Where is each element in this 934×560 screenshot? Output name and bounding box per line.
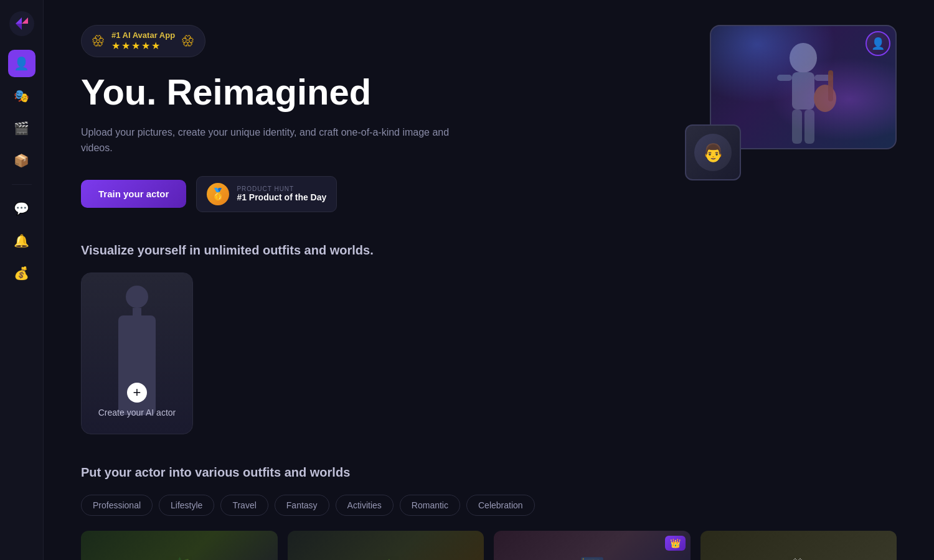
- product-hunt-medal-icon: 🥇: [207, 183, 229, 205]
- product-hunt-rank: #1 Product of the Day: [237, 192, 326, 202]
- create-actor-card[interactable]: + Create your AI actor: [81, 273, 193, 434]
- mannequin-body: [118, 315, 156, 365]
- hero-small-image: 👨: [685, 124, 741, 180]
- filter-romantic[interactable]: Romantic: [400, 495, 460, 516]
- video-icon: 🎬: [14, 121, 29, 136]
- svg-rect-5: [792, 110, 802, 144]
- person-face-icon: 👨: [694, 134, 732, 171]
- filter-travel[interactable]: Travel: [220, 495, 268, 516]
- product-hunt-badge: 🥇 PRODUCT HUNT #1 Product of the Day: [196, 176, 337, 212]
- sidebar-item-video[interactable]: 🎬: [8, 114, 35, 142]
- main-content: 🏵 #1 AI Avatar App ★★★★★ 🏵 You. Reimagin…: [44, 0, 934, 560]
- sidebar-item-vault[interactable]: 📦: [8, 147, 35, 174]
- hero-left: 🏵 #1 AI Avatar App ★★★★★ 🏵 You. Reimagin…: [81, 25, 467, 212]
- hero-right: 👨 👤: [685, 25, 897, 187]
- sidebar-item-credits[interactable]: 💰: [8, 259, 35, 287]
- filter-tags: Professional Lifestyle Travel Fantasy Ac…: [81, 495, 897, 516]
- laurel-right-icon: 🏵: [181, 33, 195, 49]
- discord-icon: 💬: [14, 201, 29, 216]
- mannequin-neck: [133, 308, 141, 315]
- sidebar-item-home[interactable]: 👤: [8, 50, 35, 77]
- guitarist-image: [760, 42, 847, 148]
- award-badge: 🏵 #1 AI Avatar App ★★★★★ 🏵: [81, 25, 205, 57]
- app-logo[interactable]: [8, 10, 35, 37]
- svg-point-1: [790, 43, 817, 73]
- svg-rect-3: [777, 75, 792, 81]
- mannequin-head: [126, 286, 148, 308]
- preview-card-2: 🥗: [288, 531, 484, 560]
- image-previews: 🪴 🥗 👑 🌃 🏔: [81, 531, 897, 560]
- filter-lifestyle[interactable]: Lifestyle: [159, 495, 214, 516]
- filter-activities[interactable]: Activities: [336, 495, 394, 516]
- product-hunt-label: PRODUCT HUNT: [237, 185, 326, 192]
- bell-icon: 🔔: [14, 233, 29, 248]
- preview-content-1: 🪴: [81, 531, 278, 560]
- preview-content-4: 🏔: [700, 531, 897, 560]
- preview-card-1: 🪴: [81, 531, 278, 560]
- hero-subtitle: Upload your pictures, create your unique…: [81, 124, 467, 156]
- filter-celebration[interactable]: Celebration: [466, 495, 535, 516]
- hero-section: 🏵 #1 AI Avatar App ★★★★★ 🏵 You. Reimagin…: [81, 25, 897, 212]
- filter-fantasy[interactable]: Fantasy: [275, 495, 329, 516]
- actors-icon: 🎭: [14, 88, 29, 103]
- create-actor-label: Create your AI actor: [98, 408, 176, 418]
- stars: ★★★★★: [111, 40, 175, 52]
- filter-professional[interactable]: Professional: [81, 495, 153, 516]
- avatar-icon: 👤: [871, 37, 885, 50]
- visualize-section: Visualize yourself in unlimited outfits …: [81, 243, 897, 434]
- outfits-title: Put your actor into various outfits and …: [81, 465, 897, 480]
- svg-rect-2: [792, 72, 814, 110]
- award-content: #1 AI Avatar App ★★★★★: [111, 30, 175, 52]
- sidebar-item-notifications[interactable]: 🔔: [8, 227, 35, 254]
- hero-title: You. Reimagined: [81, 72, 467, 112]
- visualize-title: Visualize yourself in unlimited outfits …: [81, 243, 897, 258]
- preview-card-3: 👑 🌃: [494, 531, 691, 560]
- preview-content-2: 🥗: [288, 531, 484, 560]
- preview-card-4: 🏔: [700, 531, 897, 560]
- vault-icon: 📦: [14, 153, 29, 168]
- dollar-icon: 💰: [14, 266, 29, 281]
- svg-rect-8: [828, 70, 833, 101]
- hero-avatar: 👤: [866, 31, 890, 56]
- plus-circle-icon[interactable]: +: [127, 383, 147, 403]
- svg-rect-6: [804, 110, 814, 144]
- home-icon: 👤: [14, 56, 29, 71]
- laurel-left-icon: 🏵: [92, 33, 105, 49]
- hero-actions: Train your actor 🥇 PRODUCT HUNT #1 Produ…: [81, 176, 467, 212]
- award-text: #1 AI Avatar App: [111, 30, 175, 40]
- outfits-section: Put your actor into various outfits and …: [81, 465, 897, 560]
- train-actor-button[interactable]: Train your actor: [81, 180, 186, 208]
- sidebar-item-discord[interactable]: 💬: [8, 195, 35, 222]
- sidebar: 👤 🎭 🎬 📦 💬 🔔 💰: [0, 0, 44, 560]
- sidebar-item-actors[interactable]: 🎭: [8, 82, 35, 110]
- sidebar-divider: [12, 184, 32, 185]
- product-hunt-text: PRODUCT HUNT #1 Product of the Day: [237, 185, 326, 202]
- preview-content-3: 🌃: [494, 531, 691, 560]
- actor-grid: + Create your AI actor: [81, 273, 897, 434]
